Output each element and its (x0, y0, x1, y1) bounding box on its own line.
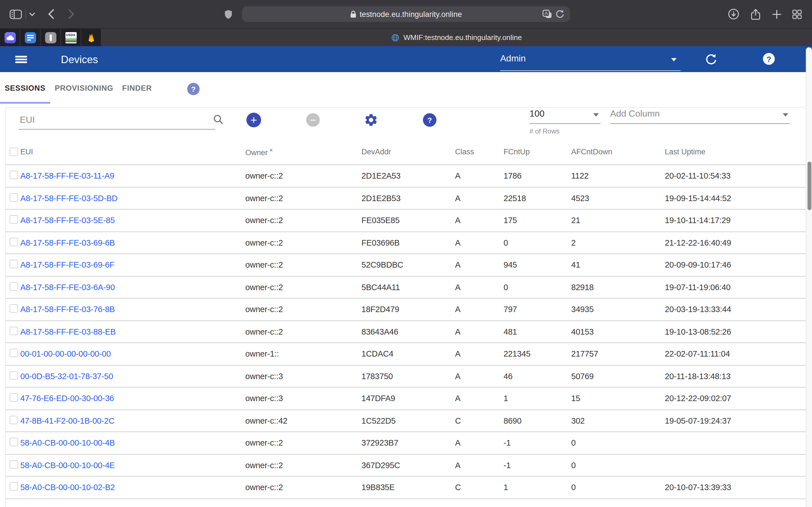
settings-gear-icon[interactable] (364, 113, 378, 127)
pinned-tab-docs[interactable] (20, 29, 41, 46)
rows-per-page-select[interactable]: 100 (529, 108, 601, 124)
share-icon[interactable] (749, 0, 762, 28)
eui-link[interactable]: 58-A0-CB-00-00-10-02-B2 (20, 483, 115, 492)
eui-link[interactable]: A8-17-58-FF-FE-03-11-A9 (20, 172, 114, 180)
account-value: Admin (500, 54, 526, 64)
class-cell: A (455, 305, 504, 314)
col-header-owner[interactable]: Owner× (245, 147, 361, 157)
owner-cell: owner-c::2 (245, 261, 361, 270)
pinned-tab-usda[interactable]: USDA (61, 29, 81, 46)
col-header-eui[interactable]: EUI (20, 148, 245, 156)
tab-provisioning[interactable]: PROVISIONING (50, 72, 118, 104)
fcntup-cell: 46 (504, 372, 571, 381)
active-browser-tab[interactable]: WMIF:testnode.eu.thingularity.online (101, 29, 812, 46)
remove-column-icon[interactable]: × (269, 147, 273, 154)
download-icon[interactable] (727, 0, 741, 28)
devaddr-cell: 19B835E (361, 483, 455, 492)
afcntdown-cell: 0 (571, 461, 665, 470)
eui-link[interactable]: A8-17-58-FF-FE-03-6A-90 (20, 283, 115, 292)
devaddr-cell: 372923B7 (361, 439, 455, 448)
select-all-checkbox[interactable] (10, 147, 18, 156)
rows-per-page-label: # of Rows (529, 127, 560, 135)
eui-link[interactable]: 58-A0-CB-00-00-10-00-4B (20, 439, 115, 448)
shield-icon[interactable] (224, 0, 233, 28)
address-bar[interactable]: testnode.eu.thingularity.online A (242, 6, 570, 22)
translate-icon[interactable]: A (543, 10, 552, 18)
table-row: 58-A0-CB-00-00-10-02-B2 owner-c::2 19B83… (6, 476, 806, 499)
col-header-last-uptime[interactable]: Last Uptime (665, 148, 806, 156)
col-header-devaddr[interactable]: DevAddr (361, 148, 455, 156)
menu-icon[interactable] (15, 56, 27, 63)
class-cell: A (455, 461, 504, 470)
fcntup-cell: 221345 (504, 349, 571, 358)
devaddr-cell: FE035E85 (361, 216, 455, 225)
chevron-down-icon[interactable] (28, 0, 36, 28)
row-checkbox[interactable] (10, 460, 18, 469)
pinned-tab-firebase[interactable] (81, 29, 101, 46)
table-row: 00-01-00-00-00-00-00-00 owner-1:: 1CDAC4… (6, 343, 806, 365)
eui-link[interactable]: A8-17-58-FF-FE-03-5D-BD (20, 194, 117, 203)
class-cell: C (455, 483, 504, 492)
eui-link[interactable]: 00-0D-B5-32-01-78-37-50 (20, 372, 113, 381)
eui-link[interactable]: A8-17-58-FF-FE-03-69-6B (20, 238, 115, 247)
class-cell: A (455, 372, 504, 381)
back-icon[interactable] (46, 0, 55, 28)
col-header-class[interactable]: Class (455, 148, 504, 156)
app-header: Devices Admin (0, 46, 812, 72)
refresh-icon[interactable] (705, 53, 717, 65)
uptime-cell: 21-12-22-16:40:49 (665, 238, 806, 247)
row-checkbox[interactable] (10, 438, 18, 446)
add-column-select[interactable]: Add Column (610, 108, 790, 124)
row-checkbox[interactable] (10, 238, 18, 246)
eui-link[interactable]: A8-17-58-FF-FE-03-76-8B (20, 305, 115, 314)
row-checkbox[interactable] (10, 304, 18, 313)
row-checkbox[interactable] (10, 282, 18, 291)
owner-cell: owner-c::3 (245, 372, 361, 381)
sidebar-icon[interactable] (8, 0, 24, 28)
eui-link[interactable]: 47-76-E6-ED-00-30-00-36 (20, 394, 114, 403)
search-input[interactable] (18, 111, 215, 129)
fcntup-cell: 0 (504, 283, 571, 292)
scrollbar-thumb[interactable] (807, 162, 811, 210)
row-checkbox[interactable] (10, 349, 18, 357)
row-checkbox[interactable] (10, 260, 18, 269)
pinned-tab-cloud[interactable] (0, 29, 20, 46)
account-select[interactable]: Admin (500, 52, 680, 71)
eui-link[interactable]: A8-17-58-FF-FE-03-69-6F (20, 261, 114, 270)
scrollbar-track[interactable] (806, 47, 812, 507)
reload-icon[interactable] (555, 9, 564, 18)
tab-sessions[interactable]: SESSIONS (0, 72, 50, 104)
eui-link[interactable]: A8-17-58-FF-FE-03-88-EB (20, 327, 116, 336)
tab-overview-icon[interactable] (790, 0, 804, 28)
row-checkbox[interactable] (10, 483, 18, 491)
row-checkbox[interactable] (10, 171, 18, 179)
tabs-help-icon[interactable]: ? (187, 83, 200, 95)
pinned-tab-gray[interactable] (41, 29, 61, 46)
row-checkbox[interactable] (10, 416, 18, 424)
row-checkbox[interactable] (10, 393, 18, 402)
chevron-down-icon (593, 113, 599, 117)
section-tabs: SESSIONS PROVISIONING FINDER (0, 72, 812, 104)
uptime-cell: 19-10-13-08:52:26 (665, 327, 806, 336)
usda-app-icon: USDA (65, 32, 77, 43)
col-header-fcntup[interactable]: FCntUp (504, 148, 571, 156)
forward-icon[interactable] (66, 0, 75, 28)
eui-link[interactable]: 47-8B-41-F2-00-1B-00-2C (20, 416, 114, 425)
tab-finder[interactable]: FINDER (118, 72, 156, 104)
row-checkbox[interactable] (10, 327, 18, 335)
filter-help-icon[interactable]: ? (423, 113, 437, 127)
help-icon[interactable]: ? (763, 53, 775, 65)
add-button[interactable]: + (246, 113, 261, 127)
row-checkbox[interactable] (10, 371, 18, 380)
eui-link[interactable]: 00-01-00-00-00-00-00-00 (20, 349, 111, 358)
col-header-afcntdown[interactable]: AFCntDown (571, 148, 665, 156)
eui-link[interactable]: 58-A0-CB-00-00-10-00-4E (20, 461, 115, 470)
eui-link[interactable]: A8-17-58-FF-FE-03-5E-85 (20, 216, 115, 225)
row-checkbox[interactable] (10, 193, 18, 202)
chevron-down-icon (671, 58, 677, 61)
table-row: 00-0D-B5-32-01-78-37-50 owner-c::3 17837… (6, 365, 806, 388)
new-tab-icon[interactable] (770, 0, 783, 28)
page-title: Devices (61, 54, 98, 66)
search-icon[interactable] (213, 114, 223, 124)
row-checkbox[interactable] (10, 216, 18, 224)
